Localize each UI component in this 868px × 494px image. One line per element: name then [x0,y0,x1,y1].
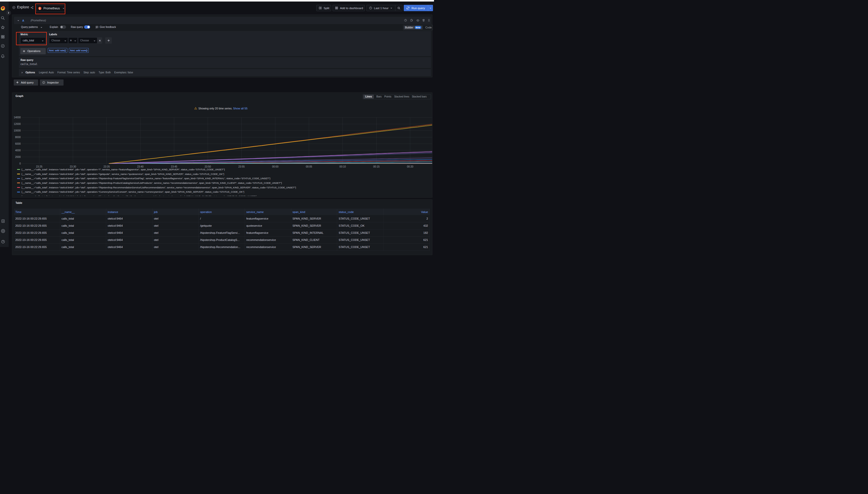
svg-text:14000: 14000 [14,116,21,119]
svg-text:4000: 4000 [15,149,21,152]
svg-text:12000: 12000 [14,122,21,126]
svg-text:8000: 8000 [15,136,21,139]
svg-text:6000: 6000 [15,142,21,145]
svg-text:10000: 10000 [14,129,21,132]
svg-text:2000: 2000 [15,155,21,158]
svg-text:0: 0 [19,162,21,165]
